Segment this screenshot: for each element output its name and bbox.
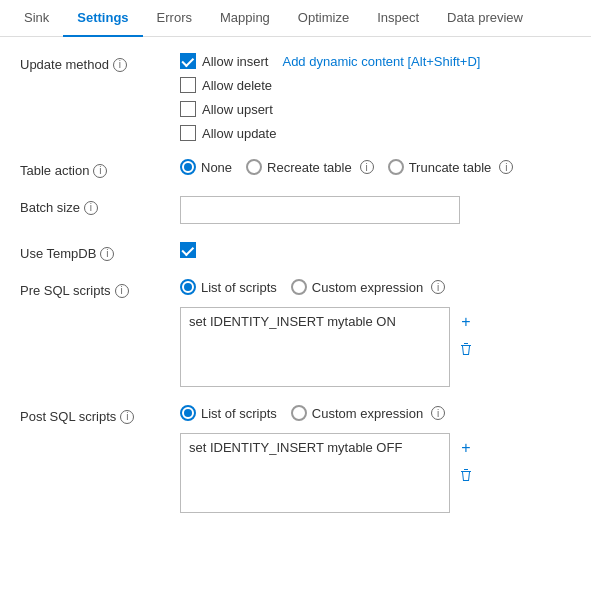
pre-sql-list-label: List of scripts (201, 280, 277, 295)
use-tempdb-checkbox[interactable] (180, 242, 196, 258)
pre-sql-scripts-row: Pre SQL scripts i List of scripts Custom… (20, 279, 571, 387)
pre-sql-list-radio[interactable]: List of scripts (180, 279, 277, 295)
tab-sink[interactable]: Sink (10, 0, 63, 37)
allow-upsert-checkbox[interactable] (180, 101, 196, 117)
table-action-controls: None Recreate table i Truncate table i (180, 159, 571, 175)
allow-insert-checkbox[interactable] (180, 53, 196, 69)
pre-sql-delete-button[interactable] (456, 339, 476, 363)
pre-sql-custom-label: Custom expression (312, 280, 423, 295)
table-action-radio-group: None Recreate table i Truncate table i (180, 159, 571, 175)
radio-truncate-table[interactable]: Truncate table i (388, 159, 514, 175)
post-sql-label: Post SQL scripts (20, 409, 116, 424)
post-sql-delete-button[interactable] (456, 465, 476, 489)
update-method-label: Update method (20, 57, 109, 72)
post-sql-label-col: Post SQL scripts i (20, 405, 180, 424)
batch-size-label: Batch size (20, 200, 80, 215)
recreate-info-icon[interactable]: i (360, 160, 374, 174)
allow-upsert-label: Allow upsert (202, 102, 273, 117)
allow-update-row: Allow update (180, 125, 571, 141)
batch-size-label-col: Batch size i (20, 196, 180, 215)
pre-sql-controls: List of scripts Custom expression i set … (180, 279, 571, 387)
radio-recreate-table[interactable]: Recreate table i (246, 159, 374, 175)
tab-mapping[interactable]: Mapping (206, 0, 284, 37)
table-action-row: Table action i None Recreate table i Tru… (20, 159, 571, 178)
pre-sql-info-icon[interactable]: i (115, 284, 129, 298)
batch-size-control (180, 196, 571, 224)
allow-update-label: Allow update (202, 126, 276, 141)
pre-sql-textarea[interactable]: set IDENTITY_INSERT mytable ON (180, 307, 450, 387)
pre-sql-custom-info-icon[interactable]: i (431, 280, 445, 294)
post-sql-list-label: List of scripts (201, 406, 277, 421)
post-sql-list-radio[interactable]: List of scripts (180, 405, 277, 421)
pre-sql-custom-radio[interactable]: Custom expression i (291, 279, 445, 295)
allow-delete-checkbox[interactable] (180, 77, 196, 93)
post-sql-actions: + (456, 433, 476, 489)
allow-upsert-row: Allow upsert (180, 101, 571, 117)
batch-size-row: Batch size i (20, 196, 571, 224)
allow-delete-label: Allow delete (202, 78, 272, 93)
update-method-row: Update method i Allow insert Add dynamic… (20, 53, 571, 141)
use-tempdb-control (180, 242, 571, 258)
allow-insert-label: Allow insert (202, 54, 268, 69)
pre-sql-textarea-row: set IDENTITY_INSERT mytable ON + (180, 307, 571, 387)
post-sql-list-radio-circle (180, 405, 196, 421)
radio-none-label: None (201, 160, 232, 175)
radio-recreate-circle (246, 159, 262, 175)
post-sql-add-button[interactable]: + (456, 437, 476, 459)
tab-bar: Sink Settings Errors Mapping Optimize In… (0, 0, 591, 37)
pre-sql-actions: + (456, 307, 476, 363)
post-sql-custom-radio-circle (291, 405, 307, 421)
post-sql-radio-group: List of scripts Custom expression i (180, 405, 571, 421)
allow-delete-row: Allow delete (180, 77, 571, 93)
radio-truncate-circle (388, 159, 404, 175)
radio-none[interactable]: None (180, 159, 232, 175)
radio-recreate-label: Recreate table (267, 160, 352, 175)
allow-update-checkbox[interactable] (180, 125, 196, 141)
allow-insert-row: Allow insert Add dynamic content [Alt+Sh… (180, 53, 571, 69)
truncate-info-icon[interactable]: i (499, 160, 513, 174)
settings-content: Update method i Allow insert Add dynamic… (0, 37, 591, 547)
use-tempdb-label-col: Use TempDB i (20, 242, 180, 261)
batch-size-info-icon[interactable]: i (84, 201, 98, 215)
tab-inspect[interactable]: Inspect (363, 0, 433, 37)
tab-settings[interactable]: Settings (63, 0, 142, 37)
radio-none-circle (180, 159, 196, 175)
post-sql-scripts-row: Post SQL scripts i List of scripts Custo… (20, 405, 571, 513)
pre-sql-custom-radio-circle (291, 279, 307, 295)
tab-data-preview[interactable]: Data preview (433, 0, 537, 37)
table-action-label: Table action (20, 163, 89, 178)
post-sql-custom-info-icon[interactable]: i (431, 406, 445, 420)
pre-sql-label: Pre SQL scripts (20, 283, 111, 298)
batch-size-input[interactable] (180, 196, 460, 224)
radio-truncate-label: Truncate table (409, 160, 492, 175)
post-sql-controls: List of scripts Custom expression i set … (180, 405, 571, 513)
post-sql-custom-radio[interactable]: Custom expression i (291, 405, 445, 421)
pre-sql-radio-group: List of scripts Custom expression i (180, 279, 571, 295)
pre-sql-label-col: Pre SQL scripts i (20, 279, 180, 298)
use-tempdb-row: Use TempDB i (20, 242, 571, 261)
post-sql-textarea-row: set IDENTITY_INSERT mytable OFF + (180, 433, 571, 513)
pre-sql-list-radio-circle (180, 279, 196, 295)
update-method-info-icon[interactable]: i (113, 58, 127, 72)
tab-errors[interactable]: Errors (143, 0, 206, 37)
table-action-label-col: Table action i (20, 159, 180, 178)
post-sql-info-icon[interactable]: i (120, 410, 134, 424)
pre-sql-add-button[interactable]: + (456, 311, 476, 333)
table-action-info-icon[interactable]: i (93, 164, 107, 178)
dynamic-content-link[interactable]: Add dynamic content [Alt+Shift+D] (282, 54, 480, 69)
use-tempdb-label: Use TempDB (20, 246, 96, 261)
update-method-controls: Allow insert Add dynamic content [Alt+Sh… (180, 53, 571, 141)
tab-optimize[interactable]: Optimize (284, 0, 363, 37)
post-sql-custom-label: Custom expression (312, 406, 423, 421)
update-method-label-col: Update method i (20, 53, 180, 72)
use-tempdb-info-icon[interactable]: i (100, 247, 114, 261)
post-sql-textarea[interactable]: set IDENTITY_INSERT mytable OFF (180, 433, 450, 513)
